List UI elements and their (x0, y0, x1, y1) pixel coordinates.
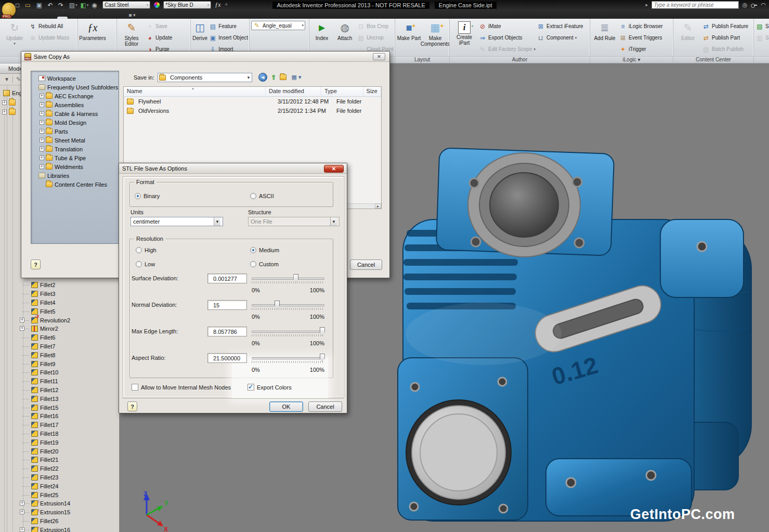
feature-tree-item[interactable]: Fillet11 (23, 377, 118, 386)
units-combo[interactable]: centimeter ▼ (131, 217, 223, 226)
ribbon-tab[interactable] (69, 17, 79, 19)
feature-tree-item[interactable]: Fillet6 (23, 333, 118, 342)
feature-tree-item[interactable]: Fillet16 (23, 412, 118, 421)
high-radio[interactable]: High (136, 247, 157, 253)
feature-tree-item[interactable]: Fillet15 (23, 403, 118, 412)
update-mass-button[interactable]: ⊕Update Mass (29, 32, 69, 43)
feature-tree-item[interactable]: Fillet18 (23, 430, 118, 438)
styles-save-button[interactable]: ◔Save (146, 21, 172, 32)
folder-tree-item[interactable]: Sheet Metal (32, 136, 118, 145)
feature-tree-item[interactable]: Extrusion15 (23, 508, 118, 517)
edit-factory-scope-button[interactable]: ✎Edit Factory Scope▾ (478, 44, 536, 55)
parameter-slider[interactable] (252, 274, 324, 285)
browser-folder-item[interactable] (2, 107, 20, 116)
box-crop-button[interactable]: ⊡Box Crop (357, 21, 394, 32)
styles-editor-button[interactable]: ✎Styles Editor (119, 20, 145, 47)
styles-update-button[interactable]: ◕Update (146, 32, 172, 43)
tree-expander-icon[interactable] (40, 155, 44, 160)
extract-ifeature-button[interactable]: ⊠Extract iFeature (537, 21, 583, 32)
ilogic-browser-button[interactable]: ≡iLogic Browser (619, 21, 663, 32)
file-row[interactable]: Flywheel 3/11/2012 12:48 PM File folder (124, 97, 381, 106)
feature-tree-item[interactable]: Fillet21 (23, 456, 118, 464)
feature-tree-item[interactable]: Revolution2 (23, 316, 118, 325)
dialog-title-bar[interactable]: STL File Save As Options ✕ (119, 163, 347, 174)
feature-tree-item[interactable]: Fillet13 (23, 394, 118, 403)
ribbon-tab[interactable] (57, 17, 68, 19)
feature-tree-item[interactable]: Fillet4 (23, 299, 118, 307)
make-part-button[interactable]: ■✦Make Part (397, 20, 421, 41)
clipped-style-button[interactable]: ▤S (755, 21, 769, 32)
ribbon-tab[interactable] (92, 17, 102, 19)
feature-tree-item[interactable]: Fillet2 (23, 281, 118, 290)
parameter-slider[interactable] (252, 327, 324, 338)
tree-expander-icon[interactable] (40, 129, 44, 134)
structure-combo[interactable]: One File ▼ (248, 217, 340, 226)
clipped-stack-button[interactable]: ▥S (755, 32, 769, 43)
feature-tree-item[interactable]: Fillet17 (23, 421, 118, 430)
parameter-input[interactable]: 8.057786 (207, 327, 247, 336)
derive-button[interactable]: ◫Derive (192, 20, 207, 41)
ribbon-tab[interactable] (34, 17, 45, 19)
folder-tree-item[interactable]: AEC Exchange (32, 92, 118, 100)
feature-tree-item[interactable]: Fillet25 (23, 490, 118, 499)
index-button[interactable]: ►Index (311, 20, 333, 41)
tree-expander-icon[interactable] (20, 501, 24, 505)
feature-tree-item[interactable]: Fillet23 (23, 473, 118, 482)
ok-button[interactable]: OK (269, 401, 303, 412)
feature-tree-item[interactable]: Fillet8 (23, 351, 118, 359)
column-header-type[interactable]: Type (321, 87, 363, 96)
folder-tree-item[interactable]: Content Center Files (32, 180, 118, 189)
ribbon-options-icon[interactable]: ◙ ▾ (129, 12, 135, 19)
column-header-name[interactable]: Name▲ (124, 87, 266, 96)
toolbar-button[interactable]: ↷ ▾ (58, 2, 66, 8)
folder-tree-item[interactable]: Assemblies (32, 100, 118, 109)
toolbar-button[interactable]: □ ▾ (16, 2, 22, 8)
cc-editor-button[interactable]: ✎Editor (675, 20, 701, 41)
new-folder-icon[interactable] (280, 73, 289, 82)
column-header-size[interactable]: Size (363, 87, 381, 96)
tree-expander-icon[interactable] (20, 318, 24, 322)
update-button[interactable]: ↻Update▾ (2, 20, 28, 46)
custom-radio[interactable]: Custom (250, 261, 279, 267)
tree-expander-icon[interactable] (20, 510, 24, 514)
dialog-title-bar[interactable]: Save Copy As ✕ (21, 51, 389, 62)
binary-radio[interactable]: Binary (135, 193, 160, 199)
ribbon-tab[interactable] (103, 17, 113, 19)
help-button[interactable]: ? (127, 401, 137, 411)
angle-equal-button[interactable]: ✎Angle_equal▾ (251, 21, 305, 30)
folder-tree-item[interactable]: Frequently Used Subfolders (32, 83, 118, 92)
tree-expander-icon[interactable] (2, 100, 7, 105)
attach-button[interactable]: ◍Attach (334, 20, 356, 41)
tree-expander-icon[interactable] (40, 120, 44, 125)
toolbar-button[interactable]: ◧ ▾ (81, 2, 89, 8)
folder-tree-item[interactable]: Cable & Harness (32, 109, 118, 118)
key-icon[interactable] (751, 4, 757, 7)
toolbar-button[interactable]: ↶ ▾ (47, 2, 55, 8)
appearance-combo[interactable]: *Sky Blue D▾ (163, 1, 211, 9)
feature-tree-item[interactable]: Mirror2 (23, 325, 118, 333)
medium-radio[interactable]: Medium (250, 247, 279, 253)
export-colors-checkbox[interactable] (247, 384, 254, 391)
save-in-combo[interactable]: Components ▼ (158, 73, 252, 82)
folder-tree-item[interactable]: Libraries (32, 171, 118, 180)
folder-tree-item[interactable]: Weldments (32, 162, 118, 171)
column-header-date[interactable]: Date modified (266, 87, 321, 96)
search-binoculars-icon[interactable]: ◎ (742, 2, 748, 8)
tree-expander-icon[interactable] (40, 147, 44, 151)
folder-tree-item[interactable]: Tube & Pipe (32, 153, 118, 162)
parameter-input[interactable]: 15 (207, 300, 247, 310)
tree-expander-icon[interactable] (40, 94, 44, 98)
event-triggers-button[interactable]: ⊞Event Triggers (619, 32, 663, 43)
feature-tree-item[interactable]: Extrusion16 (23, 525, 118, 532)
insert-object-button[interactable]: ▣Insert Object (208, 32, 248, 43)
add-rule-button[interactable]: ≣Add Rule (592, 20, 618, 41)
filter-icon[interactable]: ▼ (4, 76, 9, 82)
toolbar-button[interactable]: ▭ ▾ (25, 2, 33, 8)
ribbon-tab[interactable] (80, 17, 90, 19)
ascii-radio[interactable]: ASCII (250, 193, 274, 199)
ribbon-tab[interactable] (46, 17, 56, 19)
feature-tree-item[interactable]: Fillet19 (23, 438, 118, 447)
cancel-button[interactable]: Cancel (350, 259, 382, 270)
parameter-input[interactable]: 0.001277 (207, 274, 247, 283)
feature-tree-item[interactable]: Fillet26 (23, 517, 118, 526)
